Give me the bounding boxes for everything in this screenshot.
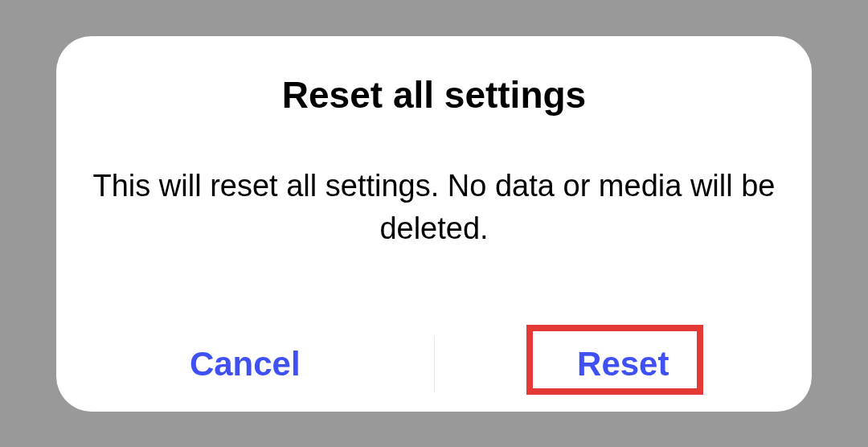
dialog-body-text: This will reset all settings. No data or… bbox=[56, 165, 812, 317]
reset-settings-dialog: Reset all settings This will reset all s… bbox=[56, 36, 812, 412]
cancel-button[interactable]: Cancel bbox=[56, 317, 434, 412]
reset-button-wrap: Reset bbox=[435, 317, 813, 412]
reset-button[interactable]: Reset bbox=[435, 345, 813, 383]
dialog-title: Reset all settings bbox=[56, 73, 812, 117]
dialog-actions: Cancel Reset bbox=[56, 317, 812, 412]
